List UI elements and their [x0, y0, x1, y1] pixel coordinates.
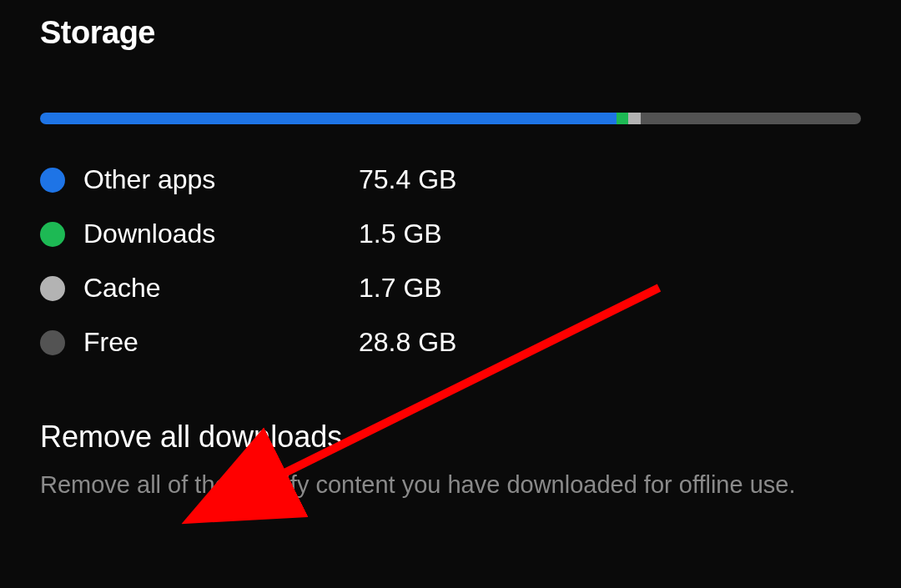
legend-row-free: Free 28.8 GB — [40, 327, 861, 358]
legend-value: 1.5 GB — [359, 219, 442, 249]
storage-legend: Other apps 75.4 GB Downloads 1.5 GB Cach… — [40, 164, 861, 358]
legend-label: Free — [83, 327, 359, 358]
legend-row-cache: Cache 1.7 GB — [40, 273, 861, 304]
legend-value: 75.4 GB — [359, 164, 456, 195]
legend-row-downloads: Downloads 1.5 GB — [40, 219, 861, 249]
dot-icon — [40, 222, 65, 247]
storage-heading: Storage — [40, 15, 861, 51]
storage-bar-segment-other-apps — [40, 113, 617, 124]
storage-bar — [40, 113, 861, 124]
remove-downloads-section[interactable]: Remove all downloads Remove all of the S… — [40, 420, 861, 504]
legend-label: Downloads — [83, 219, 359, 249]
legend-label: Other apps — [83, 164, 359, 195]
storage-bar-segment-free — [641, 113, 861, 124]
legend-value: 1.7 GB — [359, 273, 442, 304]
dot-icon — [40, 330, 65, 355]
storage-bar-segment-downloads — [617, 113, 628, 124]
remove-downloads-title: Remove all downloads — [40, 420, 861, 455]
legend-row-other-apps: Other apps 75.4 GB — [40, 164, 861, 195]
dot-icon — [40, 276, 65, 301]
remove-downloads-description: Remove all of the Spotify content you ha… — [40, 466, 861, 504]
storage-bar-segment-cache — [628, 113, 642, 124]
dot-icon — [40, 168, 65, 193]
legend-value: 28.8 GB — [359, 327, 456, 358]
legend-label: Cache — [83, 273, 359, 304]
